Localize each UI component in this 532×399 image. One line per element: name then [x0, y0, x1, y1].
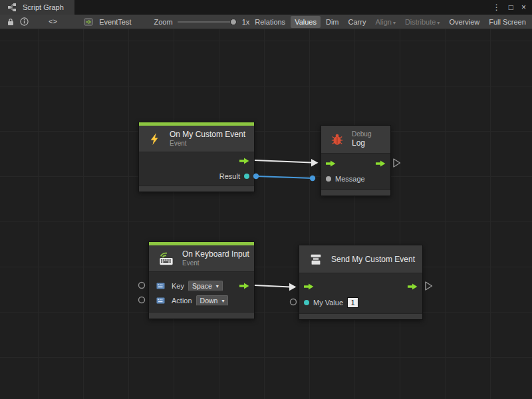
overview-button[interactable]: Overview — [445, 16, 483, 28]
toolbar-buttons: Relations Values Dim Carry Align▾ Distri… — [249, 16, 530, 28]
distribute-label: Distribute — [405, 18, 436, 26]
values-button[interactable]: Values — [291, 16, 321, 28]
graph-asset-icon — [84, 17, 93, 27]
edge-flow-keyboard-to-send — [255, 283, 297, 291]
script-graph-icon — [8, 3, 16, 11]
unconnected-port-action[interactable] — [139, 297, 145, 303]
graph-edges-overlay — [0, 29, 532, 399]
tab-title: Script Graph — [23, 3, 64, 11]
edge-value-result-to-message — [253, 174, 315, 181]
zoom-slider-knob[interactable] — [230, 19, 237, 25]
align-label: Align — [375, 18, 391, 26]
window-tab-bar: Script Graph ⋮ □ × — [0, 0, 532, 15]
graph-name-label: EventTest — [99, 18, 131, 26]
zoom-label: Zoom — [154, 18, 173, 26]
edit-source-button[interactable]: <> — [49, 18, 57, 26]
graph-canvas[interactable]: On My Custom Event Event Result — [0, 29, 532, 399]
distribute-button[interactable]: Distribute▾ — [401, 16, 444, 28]
zoom-slider[interactable] — [178, 21, 237, 23]
edge-flow-customevent-to-log — [255, 159, 319, 167]
window-close-button[interactable]: × — [521, 3, 526, 11]
unconnected-port-key[interactable] — [139, 283, 145, 289]
expand-triangle-send[interactable] — [426, 282, 432, 290]
align-button[interactable]: Align▾ — [371, 16, 399, 28]
info-icon[interactable] — [20, 17, 29, 26]
lock-icon[interactable] — [7, 18, 15, 26]
tab-script-graph[interactable]: Script Graph — [0, 0, 74, 15]
chevron-down-icon: ▾ — [393, 20, 396, 26]
unconnected-port-my-value[interactable] — [291, 299, 297, 305]
relations-button[interactable]: Relations — [251, 16, 289, 28]
zoom-value: 1x — [242, 18, 250, 26]
graph-asset: EventTest — [81, 17, 131, 27]
carry-button[interactable]: Carry — [344, 16, 370, 28]
window-maximize-button[interactable]: □ — [509, 3, 513, 11]
dim-button[interactable]: Dim — [322, 16, 343, 28]
zoom-control: Zoom 1x — [154, 18, 250, 26]
fullscreen-button[interactable]: Full Screen — [485, 16, 530, 28]
window-menu-button[interactable]: ⋮ — [493, 3, 501, 11]
graph-toolbar: <> EventTest Zoom 1x Relations Values Di… — [0, 15, 532, 29]
chevron-down-icon: ▾ — [437, 20, 440, 26]
window-controls: ⋮ □ × — [493, 0, 532, 15]
expand-triangle-log[interactable] — [394, 159, 400, 167]
